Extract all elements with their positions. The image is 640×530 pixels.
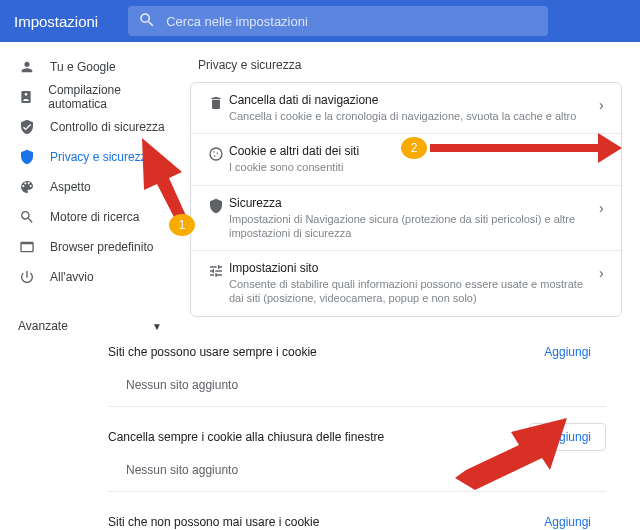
chevron-right-icon: ›	[599, 144, 609, 164]
cookie-icon	[203, 144, 229, 162]
section-title: Privacy e sicurezza	[190, 58, 622, 72]
sidebar-item-you-and-google[interactable]: Tu e Google	[0, 52, 180, 82]
section-never-allow: Siti che non possono mai usare i cookie …	[108, 508, 606, 530]
chevron-right-icon: ›	[599, 196, 609, 216]
sidebar-item-label: Compilazione automatica	[48, 83, 170, 111]
shield-icon	[18, 149, 36, 165]
browser-icon	[18, 239, 36, 255]
sidebar-item-label: Privacy e sicurezza	[50, 150, 153, 164]
sidebar-item-label: Aspetto	[50, 180, 91, 194]
chevron-right-icon: ›	[599, 93, 609, 113]
section-clear-on-exit: Cancella sempre i cookie alla chiusura d…	[108, 423, 606, 492]
svg-point-2	[217, 153, 219, 155]
search-box[interactable]	[128, 6, 548, 36]
sidebar-item-label: All'avvio	[50, 270, 94, 284]
sidebar-item-label: Browser predefinito	[50, 240, 153, 254]
privacy-card: Cancella dati di navigazione Cancella i …	[190, 82, 622, 317]
app-title: Impostazioni	[14, 13, 98, 30]
autofill-icon	[18, 89, 34, 105]
row-desc: Cancella i cookie e la cronologia di nav…	[229, 109, 589, 123]
shield-check-icon	[18, 119, 36, 135]
sidebar-item-default-browser[interactable]: Browser predefinito	[0, 232, 180, 262]
empty-text: Nessun sito aggiunto	[108, 463, 606, 477]
row-clear-browsing-data[interactable]: Cancella dati di navigazione Cancella i …	[191, 83, 621, 134]
trash-icon	[203, 93, 229, 111]
sidebar-item-label: Controllo di sicurezza	[50, 120, 165, 134]
row-desc: Consente di stabilire quali informazioni…	[229, 277, 589, 306]
sidebar-item-autofill[interactable]: Compilazione automatica	[0, 82, 180, 112]
sidebar-item-label: Motore di ricerca	[50, 210, 139, 224]
svg-point-3	[214, 155, 216, 157]
row-security[interactable]: Sicurezza Impostazioni di Navigazione si…	[191, 186, 621, 252]
cookies-sites-panel: Siti che possono usare sempre i cookie A…	[88, 314, 626, 530]
search-input[interactable]	[166, 14, 538, 29]
row-title: Cookie e altri dati dei siti	[229, 144, 589, 158]
advanced-label: Avanzate	[18, 319, 68, 333]
sidebar-item-appearance[interactable]: Aspetto	[0, 172, 180, 202]
section-title: Siti che possono usare sempre i cookie	[108, 345, 317, 359]
row-cookies[interactable]: Cookie e altri dati dei siti I cookie so…	[191, 134, 621, 185]
palette-icon	[18, 179, 36, 195]
add-button[interactable]: Aggiungi	[529, 423, 606, 451]
tune-icon	[203, 261, 229, 279]
row-title: Cancella dati di navigazione	[229, 93, 589, 107]
section-title: Siti che non possono mai usare i cookie	[108, 515, 319, 529]
sidebar-item-privacy[interactable]: Privacy e sicurezza	[0, 142, 180, 172]
section-always-allow: Siti che possono usare sempre i cookie A…	[108, 338, 606, 407]
add-button[interactable]: Aggiungi	[529, 508, 606, 530]
row-title: Impostazioni sito	[229, 261, 589, 275]
app-header: Impostazioni	[0, 0, 640, 42]
search-icon	[138, 11, 156, 32]
section-title: Cancella sempre i cookie alla chiusura d…	[108, 430, 384, 444]
sidebar-item-search-engine[interactable]: Motore di ricerca	[0, 202, 180, 232]
security-icon	[203, 196, 229, 214]
row-title: Sicurezza	[229, 196, 589, 210]
sidebar-item-on-startup[interactable]: All'avvio	[0, 262, 180, 292]
person-icon	[18, 59, 36, 75]
row-desc: I cookie sono consentiti	[229, 160, 589, 174]
search-engine-icon	[18, 209, 36, 225]
sidebar-item-label: Tu e Google	[50, 60, 116, 74]
add-button[interactable]: Aggiungi	[529, 338, 606, 366]
svg-point-0	[210, 148, 222, 160]
power-icon	[18, 269, 36, 285]
sidebar-item-safety-check[interactable]: Controllo di sicurezza	[0, 112, 180, 142]
svg-point-1	[213, 151, 215, 153]
row-desc: Impostazioni di Navigazione sicura (prot…	[229, 212, 589, 241]
empty-text: Nessun sito aggiunto	[108, 378, 606, 392]
chevron-right-icon: ›	[599, 261, 609, 281]
row-site-settings[interactable]: Impostazioni sito Consente di stabilire …	[191, 251, 621, 316]
